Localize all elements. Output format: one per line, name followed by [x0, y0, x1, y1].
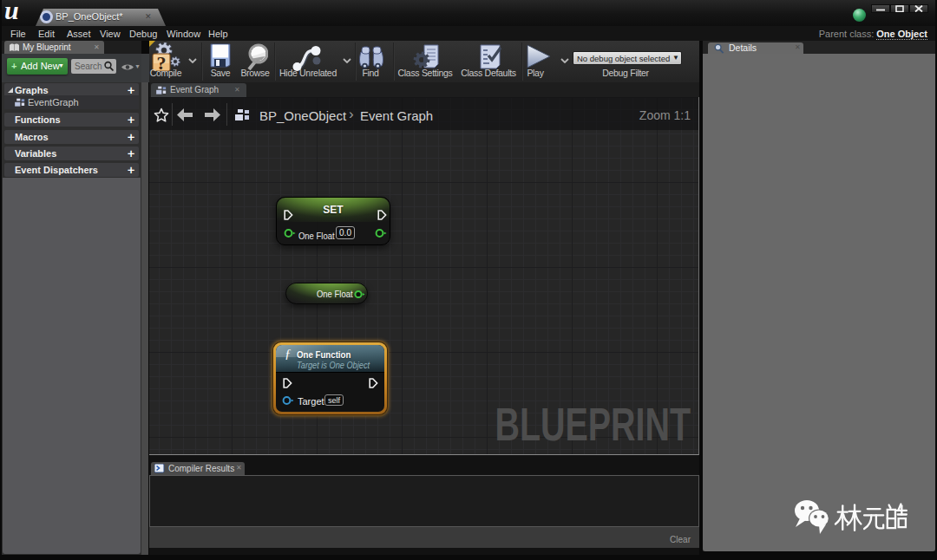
svg-text:u: u	[4, 0, 19, 24]
